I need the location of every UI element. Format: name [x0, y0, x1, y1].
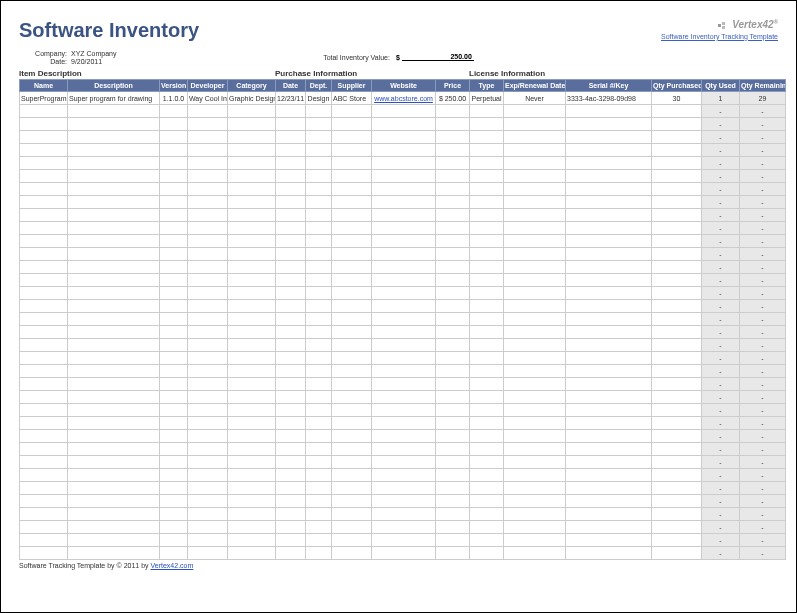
cell-serial: [566, 131, 652, 144]
cell-description: [68, 534, 160, 547]
cell-developer: [188, 508, 228, 521]
cell-serial: [566, 456, 652, 469]
col-qty-used: Qty Used: [702, 80, 740, 92]
cell-qty_remaining: -: [740, 170, 786, 183]
cell-exp: [504, 404, 566, 417]
cell-developer: [188, 287, 228, 300]
cell-supplier: [332, 469, 372, 482]
cell-type: [470, 144, 504, 157]
cell-date: [276, 313, 306, 326]
cell-exp: [504, 300, 566, 313]
cell-qty_purchased: [652, 352, 702, 365]
cell-developer: [188, 469, 228, 482]
cell-name: [20, 456, 68, 469]
cell-category: [228, 365, 276, 378]
cell-category: Graphic Design: [228, 92, 276, 105]
cell-name: [20, 508, 68, 521]
cell-developer: [188, 404, 228, 417]
cell-name: [20, 118, 68, 131]
cell-type: [470, 300, 504, 313]
cell-description: [68, 430, 160, 443]
cell-dept: [306, 313, 332, 326]
cell-name: [20, 196, 68, 209]
cell-qty_purchased: [652, 430, 702, 443]
table-row: --: [20, 378, 786, 391]
cell-type: [470, 469, 504, 482]
cell-description: [68, 131, 160, 144]
cell-developer: [188, 326, 228, 339]
cell-serial: 3333-4ac-3298-09d98: [566, 92, 652, 105]
col-price: Price: [436, 80, 470, 92]
total-inventory-currency: $: [396, 54, 400, 61]
cell-supplier: [332, 547, 372, 560]
cell-exp: [504, 183, 566, 196]
cell-supplier: [332, 534, 372, 547]
cell-website: [372, 183, 436, 196]
cell-version: [160, 261, 188, 274]
cell-type: [470, 430, 504, 443]
footer-vendor-link[interactable]: Vertex42.com: [151, 562, 194, 569]
cell-category: [228, 521, 276, 534]
cell-name: [20, 391, 68, 404]
table-row: --: [20, 443, 786, 456]
cell-qty_used: -: [702, 391, 740, 404]
table-row: --: [20, 300, 786, 313]
cell-version: [160, 144, 188, 157]
cell-version: [160, 508, 188, 521]
cell-qty_used: -: [702, 430, 740, 443]
cell-qty_remaining: -: [740, 482, 786, 495]
cell-serial: [566, 508, 652, 521]
table-row: --: [20, 326, 786, 339]
cell-name: [20, 521, 68, 534]
cell-description: [68, 521, 160, 534]
cell-price: [436, 209, 470, 222]
cell-qty_purchased: [652, 326, 702, 339]
cell-dept: [306, 287, 332, 300]
cell-website: [372, 105, 436, 118]
cell-website: [372, 417, 436, 430]
table-row: --: [20, 508, 786, 521]
cell-qty_used: -: [702, 508, 740, 521]
cell-developer: [188, 118, 228, 131]
cell-version: [160, 469, 188, 482]
col-version: Version: [160, 80, 188, 92]
cell-date: [276, 274, 306, 287]
cell-version: [160, 404, 188, 417]
col-supplier: Supplier: [332, 80, 372, 92]
cell-dept: [306, 196, 332, 209]
table-row: --: [20, 118, 786, 131]
cell-type: [470, 105, 504, 118]
cell-serial: [566, 248, 652, 261]
cell-dept: [306, 157, 332, 170]
cell-qty_purchased: [652, 313, 702, 326]
cell-developer: [188, 443, 228, 456]
date-value: 9/20/2011: [71, 58, 102, 65]
cell-category: [228, 157, 276, 170]
cell-qty_purchased: [652, 105, 702, 118]
cell-developer: [188, 417, 228, 430]
cell-description: [68, 456, 160, 469]
cell-description: Super program for drawing: [68, 92, 160, 105]
cell-supplier: [332, 430, 372, 443]
cell-qty_purchased: [652, 365, 702, 378]
cell-description: [68, 144, 160, 157]
cell-supplier: [332, 274, 372, 287]
table-row: --: [20, 547, 786, 560]
cell-category: [228, 196, 276, 209]
cell-date: [276, 157, 306, 170]
template-link[interactable]: Software Inventory Tracking Template: [661, 33, 778, 40]
cell-qty_remaining: -: [740, 417, 786, 430]
cell-price: [436, 508, 470, 521]
cell-developer: Way Cool Inc: [188, 92, 228, 105]
cell-developer: [188, 105, 228, 118]
cell-website: [372, 157, 436, 170]
cell-qty_used: -: [702, 495, 740, 508]
cell-qty_used: -: [702, 469, 740, 482]
cell-description: [68, 352, 160, 365]
cell-type: [470, 196, 504, 209]
cell-dept: [306, 443, 332, 456]
cell-date: [276, 508, 306, 521]
cell-name: [20, 430, 68, 443]
cell-exp: [504, 274, 566, 287]
cell-qty_remaining: -: [740, 131, 786, 144]
